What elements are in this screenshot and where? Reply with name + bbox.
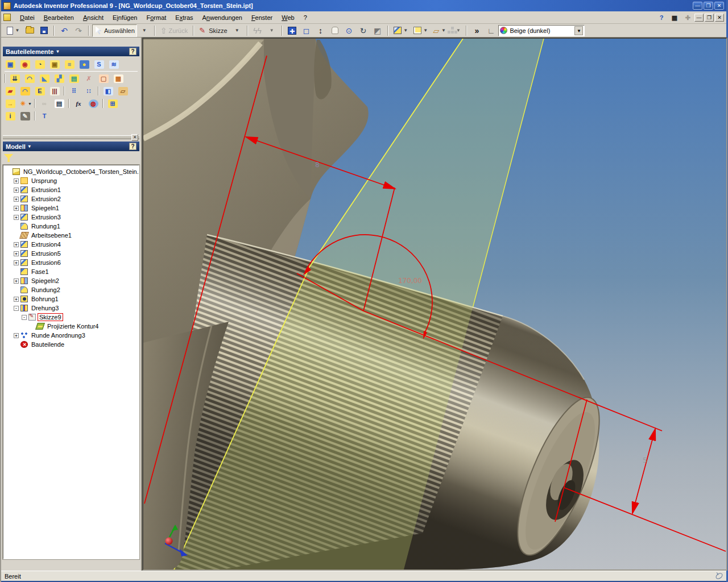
knurl-thread-icon[interactable]: ||| <box>48 85 61 97</box>
sweep-icon[interactable]: ● <box>77 59 91 70</box>
circ-pattern-icon[interactable]: ∷ <box>82 85 96 97</box>
menu-?[interactable]: ? <box>299 13 312 23</box>
menu-extras[interactable]: Extras <box>171 13 197 23</box>
panel-close-icon[interactable]: ✕ <box>131 134 138 141</box>
tree-item-runde-anordnung3[interactable]: +Runde Anordnung3 <box>5 331 138 340</box>
chamfer-icon[interactable]: ◣ <box>38 73 51 84</box>
shell-box-icon[interactable]: ▣ <box>48 59 61 70</box>
mdi-close-button[interactable]: ✕ <box>715 14 724 22</box>
features-help-button[interactable]: ? <box>129 48 136 55</box>
rotate-button[interactable]: ↻ <box>357 24 370 37</box>
hole-wizard-icon[interactable]: ◔ <box>33 59 47 70</box>
loft-icon[interactable]: ≡ <box>63 59 76 70</box>
select-button[interactable]: Auswählen <box>92 24 137 37</box>
expand-icon[interactable]: + <box>14 215 19 220</box>
tree-item-label[interactable]: Bohrung1 <box>30 296 60 302</box>
expand-icon[interactable]: + <box>14 242 19 247</box>
emboss-icon[interactable]: E <box>33 85 47 97</box>
tree-item-label[interactable]: Spiegeln1 <box>30 205 60 211</box>
features-panel-header[interactable]: Bauteilelemente ▾ ? <box>3 47 139 56</box>
model-panel-header[interactable]: Modell ▾ ? <box>3 142 139 151</box>
mdi-minimize-button[interactable]: — <box>694 14 704 22</box>
combobox-dropdown-icon[interactable]: ▼ <box>574 26 583 35</box>
menu-bearbeiten[interactable]: Bearbeiten <box>39 13 78 23</box>
bend-icon[interactable]: ◠ <box>18 85 32 97</box>
shaded-display-button[interactable]: ▼ <box>391 24 411 37</box>
save-button[interactable] <box>37 24 51 37</box>
pan-button[interactable] <box>328 24 342 37</box>
shell-icon[interactable]: ▤ <box>67 73 81 84</box>
tree-item-label[interactable]: Bauteilende <box>30 341 65 348</box>
camera-view-button[interactable]: ▱▼ <box>431 24 449 37</box>
tree-item-drehung3[interactable]: -Drehung3 <box>5 304 138 313</box>
ifeature-catalog-icon[interactable]: i <box>3 110 17 122</box>
tree-item-label[interactable]: Extrusion2 <box>30 196 62 202</box>
tree-item-label[interactable]: Drehung3 <box>30 305 60 311</box>
work-point-icon[interactable]: ✳▼ <box>18 98 32 109</box>
insert-ifeature-icon[interactable]: ◍ <box>86 98 100 109</box>
menu-ansicht[interactable]: Ansicht <box>78 13 108 23</box>
hole-icon[interactable]: ⇊ <box>8 73 22 84</box>
face-draft-icon[interactable]: ▞ <box>52 73 66 84</box>
tree-item-label[interactable]: Extrusion1 <box>30 186 62 193</box>
sketch-3d-icon[interactable]: ✎ <box>18 110 32 122</box>
redo-button[interactable]: ↷ <box>72 24 85 37</box>
wireframe-display-button[interactable]: ▼ <box>411 24 431 37</box>
back-button[interactable]: ⇧Zurück <box>158 24 190 37</box>
tree-item-ursprung[interactable]: +Ursprung <box>5 176 138 185</box>
fillet-icon[interactable]: ◠ <box>23 73 36 84</box>
tree-item-label[interactable]: Extrusion4 <box>30 241 62 248</box>
restore-button[interactable]: ❐ <box>704 2 713 10</box>
mirror-icon[interactable]: ◧ <box>101 85 115 97</box>
stitch-icon[interactable]: ▦ <box>111 73 125 84</box>
tree-item-label[interactable]: Ursprung <box>30 177 58 184</box>
minimize-button[interactable]: ― <box>693 2 702 10</box>
thread-helix-icon[interactable]: ≋ <box>107 59 121 70</box>
tree-item-label[interactable]: Extrusion6 <box>30 259 62 266</box>
tree-item-label[interactable]: Spiegeln2 <box>30 277 60 284</box>
add-icon[interactable]: ✚ <box>682 13 693 23</box>
model-help-button[interactable]: ? <box>129 143 136 150</box>
chevron-down-icon[interactable]: ▾ <box>28 144 31 149</box>
menu-einfgen[interactable]: Einfügen <box>108 13 142 23</box>
mdi-restore-button[interactable]: ❐ <box>705 14 714 22</box>
tree-item-label[interactable]: Projizierte Kontur4 <box>46 323 100 330</box>
tree-item-extrusion1[interactable]: +Extrusion1 <box>5 185 138 194</box>
tree-item-label[interactable]: Extrusion3 <box>30 214 62 221</box>
update-button[interactable]: ϟϟ <box>251 24 264 37</box>
menu-anwendungen[interactable]: Anwendungen <box>198 13 247 23</box>
expand-icon[interactable]: + <box>14 178 19 184</box>
menu-web[interactable]: Web <box>277 13 299 23</box>
expand-icon[interactable]: + <box>14 197 19 202</box>
delete-face-icon[interactable]: ✗ <box>82 73 96 84</box>
coil-icon[interactable]: S <box>92 59 106 70</box>
update-dropdown[interactable]: ▼ <box>265 24 279 37</box>
look-at-button[interactable]: ◩ <box>371 24 384 37</box>
tree-item-label[interactable]: Fase1 <box>30 268 50 275</box>
close-button[interactable]: ✕ <box>714 2 724 10</box>
menu-format[interactable]: Format <box>142 13 171 23</box>
tree-item-rundung1[interactable]: Rundung1 <box>5 222 138 231</box>
new-document-button[interactable]: ▼ <box>5 24 22 37</box>
menu-fenster[interactable]: Fenster <box>247 13 277 23</box>
tree-item-extrusion3[interactable]: +Extrusion3 <box>5 213 138 222</box>
select-dropdown[interactable]: ▼ <box>138 24 151 37</box>
tree-item-label[interactable]: NG_Worldcup_October04_Torsten_Stein.ipt <box>22 168 139 175</box>
derived-component-icon[interactable]: ▤ <box>52 98 66 109</box>
grip-snap-icon[interactable]: ∞ <box>38 98 51 109</box>
tree-item-skizze9[interactable]: -Skizze9 <box>5 313 138 322</box>
rect-pattern-icon[interactable]: ⠿ <box>67 85 81 97</box>
tree-item-label[interactable]: Arbeitsebene1 <box>30 232 73 239</box>
sketch-button[interactable]: ✎Skizze <box>197 24 229 37</box>
work-plane-icon[interactable]: ▱ <box>116 85 130 97</box>
revolve-icon[interactable]: ◉ <box>18 59 32 70</box>
open-button[interactable] <box>23 24 36 37</box>
graphics-viewport[interactable]: 170,00 8 5 <box>142 38 727 571</box>
thicken-icon[interactable]: ▢ <box>97 73 110 84</box>
tree-item-bohrung1[interactable]: +Bohrung1 <box>5 294 138 304</box>
undo-button[interactable]: ↶ <box>57 24 71 37</box>
zoom-window-button[interactable]: ◻ <box>300 24 313 37</box>
tree-item-label[interactable]: Skizze9 <box>38 314 63 321</box>
expand-icon[interactable]: + <box>14 206 19 211</box>
tree-item-spiegeln2[interactable]: +Spiegeln2 <box>5 276 138 285</box>
